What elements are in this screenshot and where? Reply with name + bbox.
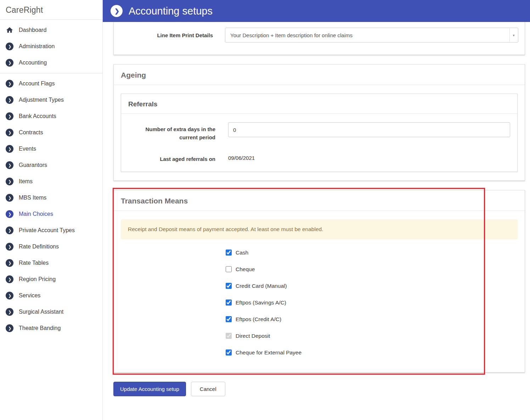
sidebar-item-dashboard[interactable]: Dashboard xyxy=(0,22,102,38)
chevron-circle-icon: ❯ xyxy=(6,96,13,104)
transaction-option-cash[interactable]: Cash xyxy=(226,244,518,261)
chevron-circle-icon: ❯ xyxy=(6,243,13,251)
transaction-option-label: Eftpos (Credit A/C) xyxy=(236,317,281,322)
transaction-option-cheque[interactable]: Cheque xyxy=(226,261,518,278)
sidebar-item-accounting[interactable]: ❯ Accounting xyxy=(0,55,102,71)
sidebar-nav-list: Dashboard ❯ Administration ❯ Accounting … xyxy=(0,20,102,336)
transaction-means-header: Transaction Means xyxy=(114,190,525,211)
form-actions: Update Accounting setup Cancel xyxy=(113,382,525,396)
sidebar-item-label: Contracts xyxy=(19,129,43,136)
transaction-option-checkbox xyxy=(226,333,232,339)
update-accounting-setup-button[interactable]: Update Accounting setup xyxy=(113,382,186,396)
main-area: ❯ Accounting setups Line Item Print Deta… xyxy=(103,0,530,420)
transaction-option-label: Cheque xyxy=(236,267,255,272)
extra-days-row: Number of extra days in the current peri… xyxy=(128,122,510,142)
last-aged-row: Last aged referrals on 09/06/2021 xyxy=(128,152,510,163)
extra-days-label: Number of extra days in the current peri… xyxy=(128,122,228,142)
page-header: ❯ Accounting setups xyxy=(103,0,530,22)
transaction-option-checkbox[interactable] xyxy=(226,316,232,322)
sidebar-item-services[interactable]: ❯ Services xyxy=(0,287,102,304)
chevron-circle-icon: ❯ xyxy=(6,324,13,332)
sidebar-item-label: Services xyxy=(19,292,40,299)
sidebar-item-label: MBS Items xyxy=(19,195,46,201)
transaction-option-label: Eftpos (Savings A/C) xyxy=(236,300,286,306)
ageing-card: Ageing Referrals Number of extra days in… xyxy=(113,64,525,181)
sidebar-item-label: Events xyxy=(19,146,36,152)
line-item-card: Line Item Print Details Your Description… xyxy=(113,22,525,55)
sidebar-item-label: Accounting xyxy=(19,60,47,66)
sidebar-item-label: Adjustment Types xyxy=(19,97,64,103)
transaction-option-checkbox[interactable] xyxy=(226,266,232,272)
sidebar-item-label: Theatre Banding xyxy=(19,325,61,331)
sidebar-item-mbs-items[interactable]: ❯ MBS Items xyxy=(0,190,102,206)
sidebar-item-label: Items xyxy=(19,178,33,185)
transaction-option-cheque-for-external-payee[interactable]: Cheque for External Payee xyxy=(226,344,518,361)
content: Line Item Print Details Your Description… xyxy=(103,22,530,396)
sidebar-item-rate-tables[interactable]: ❯ Rate Tables xyxy=(0,255,102,271)
chevron-circle-icon: ❯ xyxy=(6,145,13,153)
transaction-option-label: Cash xyxy=(236,250,248,256)
chevron-circle-icon: ❯ xyxy=(6,178,13,185)
extra-days-input[interactable] xyxy=(228,122,510,137)
select-value: Your Description + Item description for … xyxy=(230,32,353,38)
sidebar-item-items[interactable]: ❯ Items xyxy=(0,173,102,190)
transaction-option-checkbox[interactable] xyxy=(226,283,232,289)
sidebar-item-label: Bank Accounts xyxy=(19,113,56,119)
sidebar-item-region-pricing[interactable]: ❯ Region Pricing xyxy=(0,271,102,287)
sidebar-item-adjustment-types[interactable]: ❯ Adjustment Types xyxy=(0,92,102,108)
transaction-option-eftpos-savings-a-c[interactable]: Eftpos (Savings A/C) xyxy=(226,294,518,311)
last-aged-label: Last aged referrals on xyxy=(128,152,228,163)
sidebar-item-label: Account Flags xyxy=(19,80,55,87)
sidebar-item-private-account-types[interactable]: ❯ Private Account Types xyxy=(0,222,102,239)
transaction-means-card: Transaction Means Receipt and Deposit me… xyxy=(113,190,525,373)
chevron-circle-icon: ❯ xyxy=(6,112,13,120)
sidebar-item-label: Rate Tables xyxy=(19,260,49,266)
sidebar-divider xyxy=(0,73,102,73)
sidebar-item-label: Region Pricing xyxy=(19,276,56,282)
sidebar-item-guarantors[interactable]: ❯ Guarantors xyxy=(0,157,102,173)
sidebar-item-main-choices[interactable]: ❯ Main Choices xyxy=(0,206,102,222)
sidebar-item-theatre-banding[interactable]: ❯ Theatre Banding xyxy=(0,320,102,336)
sidebar-item-contracts[interactable]: ❯ Contracts xyxy=(0,124,102,141)
transaction-option-checkbox[interactable] xyxy=(226,299,232,306)
sidebar-item-events[interactable]: ❯ Events xyxy=(0,141,102,157)
transaction-options-list: Cash Cheque Credit Card (Manual) Eftpos … xyxy=(121,244,518,364)
transaction-means-notice: Receipt and Deposit means of payment acc… xyxy=(121,219,518,239)
sidebar-item-surgical-assistant[interactable]: ❯ Surgical Assistant xyxy=(0,304,102,320)
referrals-card-body: Number of extra days in the current peri… xyxy=(121,114,517,172)
chevron-circle-icon: ❯ xyxy=(6,194,13,202)
last-aged-value: 09/06/2021 xyxy=(228,152,255,161)
line-item-print-details-row: Line Item Print Details Your Description… xyxy=(120,28,518,43)
line-item-print-details-select[interactable]: Your Description + Item description for … xyxy=(225,28,518,43)
ageing-card-body: Referrals Number of extra days in the cu… xyxy=(114,85,525,180)
sidebar-item-label: Main Choices xyxy=(19,211,53,217)
chevron-right-circle-icon: ❯ xyxy=(111,5,123,17)
sidebar-item-label: Administration xyxy=(19,43,55,50)
chevron-circle-icon: ❯ xyxy=(6,210,13,218)
sidebar-item-account-flags[interactable]: ❯ Account Flags xyxy=(0,75,102,92)
sidebar-item-label: Guarantors xyxy=(19,162,47,168)
sidebar-item-bank-accounts[interactable]: ❯ Bank Accounts xyxy=(0,108,102,124)
page-title: Accounting setups xyxy=(129,5,213,17)
chevron-circle-icon: ❯ xyxy=(6,259,13,267)
transaction-option-direct-deposit: Direct Deposit xyxy=(226,327,518,344)
referrals-card: Referrals Number of extra days in the cu… xyxy=(121,94,518,172)
transaction-option-credit-card-manual[interactable]: Credit Card (Manual) xyxy=(226,278,518,294)
ageing-title: Ageing xyxy=(121,71,146,79)
referrals-card-header: Referrals xyxy=(121,94,517,114)
transaction-option-checkbox[interactable] xyxy=(226,349,232,355)
sidebar-item-label: Surgical Assistant xyxy=(19,309,63,315)
sidebar-item-rate-definitions[interactable]: ❯ Rate Definitions xyxy=(0,239,102,255)
sidebar-item-administration[interactable]: ❯ Administration xyxy=(0,38,102,55)
transaction-option-checkbox[interactable] xyxy=(226,250,232,256)
page: CareRight Dashboard ❯ Administration ❯ A… xyxy=(0,0,530,420)
transaction-option-eftpos-credit-a-c[interactable]: Eftpos (Credit A/C) xyxy=(226,311,518,327)
sidebar-item-label: Rate Definitions xyxy=(19,243,59,250)
transaction-option-label: Cheque for External Payee xyxy=(236,350,301,355)
transaction-means-body: Receipt and Deposit means of payment acc… xyxy=(114,211,525,372)
chevron-circle-icon: ❯ xyxy=(6,308,13,316)
chevron-circle-icon: ❯ xyxy=(6,275,13,283)
ageing-card-header: Ageing xyxy=(114,65,525,85)
chevron-circle-icon: ❯ xyxy=(6,43,13,50)
cancel-button[interactable]: Cancel xyxy=(191,382,225,396)
